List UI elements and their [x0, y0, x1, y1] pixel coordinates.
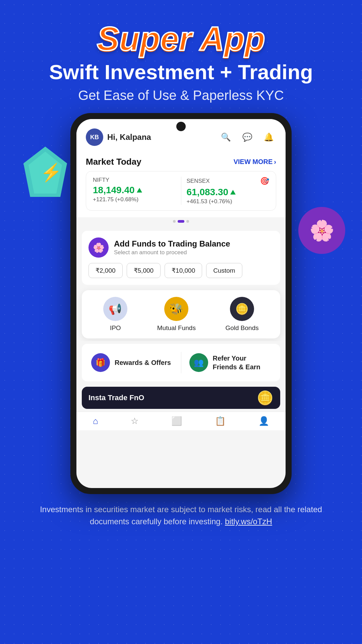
rewards-icon: 🎁	[91, 353, 110, 372]
orders-icon: 📋	[215, 416, 226, 426]
dot-2	[178, 220, 184, 223]
amount-2000[interactable]: ₹2,000	[88, 263, 123, 278]
rewards-service[interactable]: 🎁 Rewards & Offers	[87, 349, 177, 376]
sensex-value: 61,083.30	[187, 187, 269, 198]
phone-frame: KB Hi, Kalpana 🔍 💬 🔔 Market Today	[70, 113, 292, 494]
quick-access: 📢 IPO 🐝 Mutual Funds 🪙 Gold Bonds	[82, 290, 280, 338]
nifty-value: 18,149.40	[93, 185, 176, 196]
nifty-name: NIFTY	[93, 177, 176, 183]
nav-watchlist[interactable]: ☆	[131, 416, 138, 426]
disclaimer-text: Investments in securities market are sub…	[40, 505, 322, 526]
add-funds-card: 🌸 Add Funds to Trading Balance Select an…	[82, 231, 280, 285]
chat-button[interactable]: 💬	[240, 130, 255, 145]
rewards-label: Rewards & Offers	[115, 358, 171, 367]
amount-custom[interactable]: Custom	[206, 263, 242, 278]
market-section: Market Today VIEW MORE › NIFTY 18,149.40	[76, 151, 286, 217]
services-card: 🎁 Rewards & Offers 👥 Refer Your Friends …	[82, 344, 280, 381]
search-button[interactable]: 🔍	[219, 130, 233, 145]
ipo-label: IPO	[110, 324, 121, 332]
hero-subtitle: Swift Investment + Trading	[49, 60, 313, 85]
fund-info: Add Funds to Trading Balance Select an a…	[114, 239, 230, 256]
fund-title: Add Funds to Trading Balance	[114, 239, 230, 249]
phone-screen: KB Hi, Kalpana 🔍 💬 🔔 Market Today	[76, 119, 286, 488]
greeting-text: Hi, Kalpana	[107, 132, 151, 142]
nav-orders[interactable]: 📋	[215, 416, 226, 426]
divider	[181, 352, 181, 373]
dot-1	[173, 220, 176, 223]
banner-title: Insta Trade FnO	[88, 393, 144, 402]
market-card: NIFTY 18,149.40 +121.75 (+0.68%)	[86, 171, 276, 211]
sensex-up-arrow	[230, 190, 236, 195]
bell-button[interactable]: 🔔	[261, 130, 276, 145]
add-funds-section: 🌸 Add Funds to Trading Balance Select an…	[76, 225, 286, 287]
fund-subtitle: Select an amount to proceed	[114, 249, 230, 256]
hero-section: Super App Swift Investment + Trading Get…	[49, 0, 313, 103]
quick-item-ipo[interactable]: 📢 IPO	[103, 297, 127, 332]
phone-area: ⚡ 🌸 KB Hi, Kalpana 🔍	[44, 113, 318, 494]
nifty-change: +121.75 (+0.68%)	[93, 196, 176, 203]
user-info: KB Hi, Kalpana	[86, 128, 151, 146]
amount-10000[interactable]: ₹10,000	[165, 263, 202, 278]
amount-5000[interactable]: ₹5,000	[127, 263, 161, 278]
hero-title: Super App	[49, 20, 313, 57]
deco-circle: 🌸	[298, 207, 345, 254]
banner-coins: 🪙	[257, 390, 274, 406]
fund-icon: 🌸	[88, 237, 109, 258]
nav-profile[interactable]: 👤	[258, 416, 269, 426]
nifty-up-arrow	[137, 188, 142, 193]
market-header: Market Today VIEW MORE ›	[86, 151, 276, 171]
ipo-icon: 📢	[103, 297, 127, 321]
sensex-index: SENSEX 🎯 61,083.30 +461.53 (+0.76%)	[181, 177, 269, 205]
gb-icon: 🪙	[230, 297, 254, 321]
watchlist-icon: ☆	[131, 416, 138, 426]
bottom-nav: ⌂ ☆ ⬜ 📋 👤	[76, 412, 286, 430]
insta-trade-banner[interactable]: Insta Trade FnO 🪙	[82, 387, 280, 409]
quick-item-gb[interactable]: 🪙 Gold Bonds	[225, 297, 258, 332]
refer-label: Refer Your Friends & Earn	[213, 354, 271, 371]
gb-label: Gold Bonds	[225, 324, 258, 332]
phone-notch	[176, 122, 186, 131]
nifty-index: NIFTY 18,149.40 +121.75 (+0.68%)	[93, 177, 181, 205]
mf-icon: 🐝	[164, 297, 188, 321]
view-more-link[interactable]: VIEW MORE ›	[234, 158, 276, 166]
services-section: 🎁 Rewards & Offers 👥 Refer Your Friends …	[76, 341, 286, 384]
amount-buttons: ₹2,000 ₹5,000 ₹10,000 Custom	[88, 263, 274, 278]
eye-icon[interactable]: 🎯	[260, 177, 269, 185]
page-wrapper: Super App Swift Investment + Trading Get…	[0, 0, 362, 541]
add-funds-header: 🌸 Add Funds to Trading Balance Select an…	[88, 237, 274, 258]
market-title: Market Today	[86, 157, 141, 167]
profile-icon: 👤	[258, 416, 269, 426]
dot-3	[186, 220, 189, 223]
quick-item-mf[interactable]: 🐝 Mutual Funds	[157, 297, 196, 332]
deco-gem: ⚡	[23, 147, 67, 197]
sensex-change: +461.53 (+0.76%)	[187, 198, 269, 205]
disclaimer-link[interactable]: bitly.ws/oTzH	[225, 517, 272, 526]
header-icons: 🔍 💬 🔔	[219, 130, 276, 145]
avatar: KB	[86, 128, 103, 146]
portfolio-icon: ⬜	[171, 416, 182, 426]
disclaimer: Investments in securities market are sub…	[0, 494, 362, 541]
flower-icon: 🌸	[309, 219, 335, 243]
hero-description: Get Ease of Use & Paperless KYC	[49, 88, 313, 103]
sensex-name: SENSEX	[187, 178, 210, 184]
nav-portfolio[interactable]: ⬜	[171, 416, 182, 426]
flower-fund-icon: 🌸	[93, 242, 105, 253]
nav-home[interactable]: ⌂	[93, 416, 98, 426]
svg-text:⚡: ⚡	[40, 162, 62, 183]
refer-service[interactable]: 👥 Refer Your Friends & Earn	[185, 349, 275, 376]
mf-label: Mutual Funds	[157, 324, 196, 332]
pagination-dots	[76, 217, 286, 225]
refer-icon: 👥	[189, 353, 208, 372]
home-icon: ⌂	[93, 416, 98, 426]
